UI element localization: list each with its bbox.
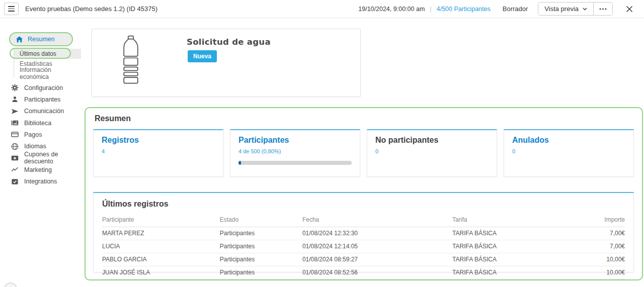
sidebar-item-label: Idiomas [24,143,46,150]
cell-importe: 10,00€ [583,253,625,266]
sidebar-nav-items: Configuración Participantes Comunicación [0,82,85,187]
sidebar-item-label: Comunicación [24,108,64,115]
event-title: Evento pruebas (Demo sedes 1.2) (ID 4537… [25,5,157,13]
stat-card-anulados: Anulados 0 [504,129,634,177]
hamburger-menu-button[interactable] [4,3,19,15]
table-row[interactable]: JUAN JOSÉ ISLA Participantes 01/08/2024 … [102,266,625,279]
cell-estado: Participantes [220,227,302,240]
column-header-fecha: Fecha [302,214,452,227]
summary-title: Resumen [95,114,131,123]
stat-card-no-participantes: No participantes 0 [367,129,497,177]
latest-registrations-title: Últimos registros [102,200,625,209]
event-datetime: 19/10/2024, 9:00:00 am [358,6,425,13]
new-request-button[interactable]: Nueva [188,50,217,62]
gear-icon [11,84,19,91]
cell-fecha: 01/08/2024 08:52:56 [302,266,452,279]
integration-check-icon [11,178,19,185]
sidebar-item-label: Configuración [24,84,63,91]
stat-card-registros-link[interactable]: Registros [102,136,215,145]
top-bar-right: 19/10/2024, 9:00:00 am | 4/500 Participa… [358,2,636,16]
separator: | [430,5,431,13]
ellipsis-icon [599,8,607,10]
trend-chart-icon [11,166,19,173]
sidebar-item-idiomas[interactable]: Idiomas [0,140,85,152]
chevron-down-icon [583,8,587,11]
sidebar-item-integrations[interactable]: Integrations [0,175,85,187]
summary-panel: Resumen Registros 4 Participantes 4 de 5… [85,107,643,280]
cell-estado: Participantes [220,240,302,253]
column-header-estado: Estado [220,214,302,227]
water-bottle-icon [121,35,140,85]
sidebar-item-biblioteca[interactable]: Biblioteca [0,117,85,129]
sidebar-item-ultimos-datos[interactable]: Últimos datos [14,49,81,59]
cell-importe: 7,00€ [583,227,625,240]
status-badge: Borrador [503,5,528,13]
sidebar-item-cupones[interactable]: Cupones de descuento [0,152,85,164]
sidebar-item-label: Integrations [24,178,57,185]
sidebar-item-pagos[interactable]: Pagos [0,129,85,140]
stat-card-participantes-link[interactable]: Participantes [238,136,352,145]
sidebar-subitem-label: Últimos datos [20,50,56,57]
close-button[interactable] [626,6,633,13]
top-bar: Evento pruebas (Demo sedes 1.2) (ID 4537… [0,0,644,18]
cell-fecha: 01/08/2024 08:59:27 [302,253,452,266]
cell-estado: Participantes [220,253,302,266]
participants-count-link[interactable]: 4/500 Participantes [437,6,491,13]
hamburger-icon [8,6,15,11]
stat-cards-row: Registros 4 Participantes 4 de 500 (0,80… [93,129,634,177]
stat-card-participantes-value: 4 de 500 (0,80%) [238,148,352,154]
stat-card-no-participantes-label: No participantes [375,136,489,145]
sidebar-item-label: Resumen [28,36,55,43]
participants-progress-bar [238,161,352,165]
table-row[interactable]: MARTA PEREZ Participantes 01/08/2024 12:… [102,227,625,240]
sidebar-item-informacion-economica[interactable]: Información económica [14,68,81,78]
preview-button[interactable]: Vista previa [538,3,593,15]
sidebar: Resumen Últimos datos Estadísticas Infor… [0,18,85,287]
latest-registrations-card: Últimos registros Participante Estado Fe… [93,192,634,272]
send-icon [11,108,19,115]
globe-icon [11,143,19,150]
participants-progress-fill [238,161,241,165]
sidebar-item-label: Biblioteca [24,120,51,127]
image-library-icon [11,119,19,127]
table-header-row: Participante Estado Fecha Tarifa Importe [102,214,625,227]
cell-tarifa: TARIFA BÁSICA [452,253,583,266]
person-icon [11,95,19,103]
stat-card-registros: Registros 4 [93,129,223,177]
home-icon [16,36,23,43]
latest-registrations-table: Participante Estado Fecha Tarifa Importe… [102,214,625,279]
stat-card-anulados-link[interactable]: Anulados [512,136,625,145]
preview-button-label: Vista previa [544,5,579,13]
cell-fecha: 01/08/2024 12:14:05 [302,240,452,253]
sidebar-subnav: Últimos datos Estadísticas Información e… [14,49,81,78]
sidebar-item-label: Marketing [24,166,52,173]
sidebar-item-participantes[interactable]: Participantes [0,93,85,105]
cell-fecha: 01/08/2024 12:32:30 [302,227,452,240]
cell-importe: 7,00€ [583,240,625,253]
sidebar-item-comunicacion[interactable]: Comunicación [0,106,85,117]
main-content: Solicitud de agua Nueva Resumen Registro… [85,18,644,287]
column-header-participante: Participante [102,214,220,227]
cell-participante: PABLO GARCIA [102,253,220,266]
column-header-tarifa: Tarifa [452,214,583,227]
cell-importe: 10,00€ [583,266,625,279]
column-header-importe: Importe [583,214,625,227]
sidebar-item-marketing[interactable]: Marketing [0,164,85,175]
stat-card-no-participantes-value: 0 [375,148,489,154]
table-row[interactable]: LUCIA Participantes 01/08/2024 12:14:05 … [102,240,625,253]
cell-participante: LUCIA [102,240,220,253]
sidebar-item-label: Cupones de descuento [24,151,85,165]
close-icon [626,6,633,13]
sidebar-item-resumen[interactable]: Resumen [9,32,73,46]
water-request-card: Solicitud de agua Nueva [92,29,361,97]
cell-participante: JUAN JOSÉ ISLA [102,266,220,279]
stat-card-participantes: Participantes 4 de 500 (0,80%) [230,129,360,177]
cell-participante: MARTA PEREZ [102,227,220,240]
preview-button-group: Vista previa [538,2,613,16]
more-options-button[interactable] [593,3,612,15]
table-row[interactable]: PABLO GARCIA Participantes 01/08/2024 08… [102,253,625,266]
ticket-star-icon [11,154,19,162]
stat-card-anulados-value: 0 [512,148,625,154]
sidebar-item-label: Participantes [24,96,60,103]
sidebar-item-configuracion[interactable]: Configuración [0,82,85,93]
